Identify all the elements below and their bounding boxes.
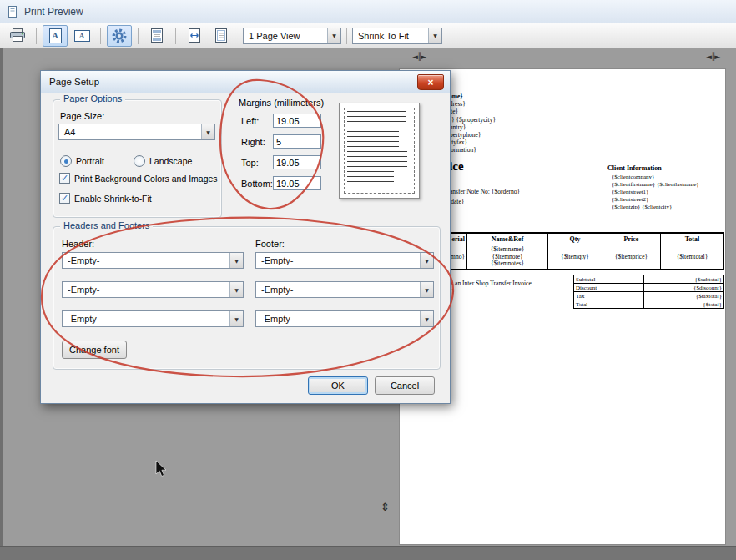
paper-options-label: Paper Options xyxy=(60,93,125,103)
client-info-block: {$clientcompany} {$clientfirstname} {$cl… xyxy=(612,174,699,211)
headers-footers-group: Headers and Footers Header: Footer: -Emp… xyxy=(53,226,441,370)
totals-row: Total {$total} xyxy=(574,300,724,309)
landscape-label: Landscape xyxy=(149,156,192,166)
cell-price: {$itemprice} xyxy=(602,245,661,270)
chevron-down-icon: ▼ xyxy=(420,253,433,268)
client-line: {$clientstreet1} xyxy=(612,189,699,196)
headers-footers-label: Headers and Footers xyxy=(60,220,153,230)
totals-row: Subtotal {$subtotal} xyxy=(574,275,724,284)
cell-total: {$itemtotal} xyxy=(661,245,724,270)
horizontal-resize-handle[interactable]: ◄║► xyxy=(412,53,426,61)
print-preview-toolbar: A A xyxy=(0,23,736,48)
toolbar-separator xyxy=(346,28,347,44)
change-font-button[interactable]: Change font xyxy=(62,341,127,359)
shrink-to-fit-dropdown[interactable]: Shrink To Fit ▼ xyxy=(352,28,442,44)
window-titlebar[interactable]: Print Preview xyxy=(0,0,736,23)
page-view-dropdown[interactable]: 1 Page View ▼ xyxy=(243,28,341,44)
landscape-radio[interactable]: Landscape xyxy=(134,155,192,167)
enable-shrink-checkbox[interactable]: ✓ Enable Shrink-to-Fit xyxy=(59,193,152,204)
totals-value: {$total} xyxy=(644,300,724,309)
portrait-radio[interactable]: Portrait xyxy=(60,155,104,167)
toolbar-separator xyxy=(175,28,176,44)
cell-qty: {$itemqty} xyxy=(548,245,602,270)
ok-button[interactable]: OK xyxy=(308,376,368,395)
margin-right-label: Right: xyxy=(241,137,265,147)
col-price: Price xyxy=(602,233,661,245)
col-total: Total xyxy=(661,233,724,245)
client-line: {$clientstreet2} xyxy=(612,196,699,204)
close-button[interactable]: × xyxy=(417,74,444,90)
printer-icon xyxy=(9,28,26,43)
footer-select-2[interactable]: -Empty- ▼ xyxy=(255,281,434,298)
paper-options-group: Paper Options Page Size: A4 ▼ Portrait L… xyxy=(53,99,222,218)
transfer-note: This is an Inter Shop Transfer Invoice xyxy=(436,280,532,287)
headers-footers-toggle-button[interactable] xyxy=(144,25,169,47)
radio-selected-icon xyxy=(60,155,72,167)
item-notes: {$itemnotes} xyxy=(469,260,546,268)
close-icon: × xyxy=(427,77,433,88)
toolbar-separator xyxy=(36,28,37,44)
toolbar-separator xyxy=(100,28,101,44)
fine-print-block xyxy=(347,151,407,169)
header-3-value: -Empty- xyxy=(68,314,100,324)
margin-bottom-input[interactable] xyxy=(273,176,321,190)
portrait-label: Portrait xyxy=(76,156,104,166)
view-full-page-button[interactable] xyxy=(209,25,234,47)
landscape-button[interactable]: A xyxy=(69,25,94,47)
print-button[interactable] xyxy=(5,25,30,47)
shrink-to-fit-value: Shrink To Fit xyxy=(358,31,409,41)
chevron-down-icon: ▼ xyxy=(229,282,243,297)
footer-select-1[interactable]: -Empty- ▼ xyxy=(255,252,434,269)
margin-right-input[interactable] xyxy=(273,134,321,149)
enable-shrink-label: Enable Shrink-to-Fit xyxy=(74,194,152,204)
transfer-note-fragment: } xyxy=(451,288,455,295)
client-info-heading: Client Information xyxy=(607,164,662,172)
header-select-3[interactable]: -Empty- ▼ xyxy=(62,310,244,327)
margin-top-input[interactable] xyxy=(273,155,321,169)
toolbar-separator xyxy=(138,28,139,44)
full-page-icon xyxy=(215,28,227,43)
client-line: {$clientfirstname} {$clientlastname} xyxy=(612,181,699,189)
window-icon xyxy=(7,6,18,18)
full-width-icon xyxy=(188,28,201,43)
dialog-titlebar[interactable]: Page Setup xyxy=(41,71,450,93)
cell-name: {$itemname} {$itemnote} {$itemnotes} xyxy=(467,245,548,270)
horizontal-resize-handle[interactable]: ◄║► xyxy=(706,53,719,61)
window-bottom-edge xyxy=(0,546,736,560)
header-label: Header: xyxy=(62,239,94,249)
portrait-icon: A xyxy=(49,28,62,43)
margins-preview-content xyxy=(344,108,415,194)
totals-row: Discount {$discount} xyxy=(574,284,724,292)
margin-bottom-label: Bottom: xyxy=(241,179,273,189)
footer-select-3[interactable]: -Empty- ▼ xyxy=(255,310,434,327)
client-line: {$clientzip} {$clientcity} xyxy=(612,204,699,211)
chevron-down-icon: ▼ xyxy=(327,28,340,43)
totals-label: Subtotal xyxy=(574,275,644,284)
view-full-width-button[interactable] xyxy=(182,25,207,47)
col-qty: Qty xyxy=(548,233,602,245)
cancel-button[interactable]: Cancel xyxy=(375,376,435,395)
page-size-select[interactable]: A4 ▼ xyxy=(58,124,215,140)
totals-value: {$discount} xyxy=(644,284,724,292)
landscape-icon: A xyxy=(74,30,90,42)
totals-label: Discount xyxy=(574,284,644,292)
fine-print-block xyxy=(347,129,399,149)
print-background-checkbox[interactable]: ✓ Print Background Colors and Images xyxy=(59,173,218,184)
chevron-down-icon: ▼ xyxy=(420,311,433,326)
page-setup-button[interactable] xyxy=(107,25,132,47)
totals-label: Total xyxy=(574,300,644,309)
totals-value: {$taxtotal} xyxy=(644,292,724,300)
col-name-ref: Name&Ref xyxy=(467,233,548,245)
totals-label: Tax xyxy=(574,292,644,300)
portrait-button[interactable]: A xyxy=(43,25,68,47)
margins-section-label: Margins (millimeters) xyxy=(239,98,324,108)
footer-1-value: -Empty- xyxy=(261,255,294,265)
window-title: Print Preview xyxy=(24,6,83,18)
header-select-1[interactable]: -Empty- ▼ xyxy=(62,252,244,269)
footer-label: Footer: xyxy=(255,239,285,249)
mouse-cursor xyxy=(155,460,169,478)
header-select-2[interactable]: -Empty- ▼ xyxy=(62,281,244,298)
checkmark-icon: ✓ xyxy=(59,173,70,184)
margin-left-input[interactable] xyxy=(273,114,321,128)
vertical-resize-handle[interactable]: ⇕ xyxy=(381,501,390,513)
